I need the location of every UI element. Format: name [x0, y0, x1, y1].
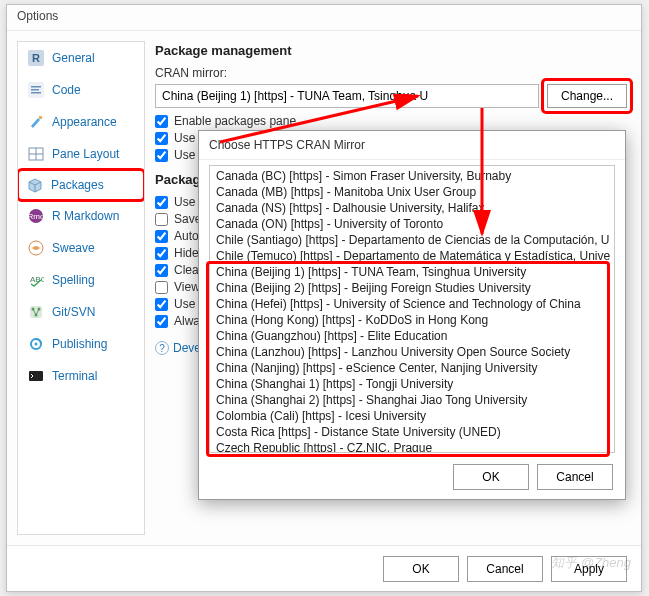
sidebar-item-label: Git/SVN — [52, 305, 95, 319]
checkbox-label: Enable packages pane — [174, 114, 296, 128]
checkbox[interactable] — [155, 264, 168, 277]
svg-rect-4 — [31, 89, 39, 91]
mirror-list-item[interactable]: China (Guangzhou) [https] - Elite Educat… — [214, 328, 610, 344]
mirror-list-item[interactable]: China (Hefei) [https] - University of Sc… — [214, 296, 610, 312]
checkbox[interactable] — [155, 115, 168, 128]
sidebar-item-label: Appearance — [52, 115, 117, 129]
mirror-list-item[interactable]: China (Nanjing) [https] - eScience Cente… — [214, 360, 610, 376]
sidebar-item-label: Code — [52, 83, 81, 97]
options-sidebar: R General Code Appearance Pane Layout Pa… — [17, 41, 145, 535]
window-title: Options — [7, 5, 641, 31]
mirror-list-item[interactable]: China (Hong Kong) [https] - KoDDoS in Ho… — [214, 312, 610, 328]
change-mirror-button[interactable]: Change... — [547, 84, 627, 108]
sidebar-item-label: Pane Layout — [52, 147, 119, 161]
mirror-list-item[interactable]: Canada (NS) [https] - Dalhousie Universi… — [214, 200, 610, 216]
mirror-list-item[interactable]: China (Beijing 2) [https] - Beijing Fore… — [214, 280, 610, 296]
cran-mirror-input[interactable] — [155, 84, 539, 108]
checkbox[interactable] — [155, 196, 168, 209]
dialog-cancel-button[interactable]: Cancel — [537, 464, 613, 490]
ok-button[interactable]: OK — [383, 556, 459, 582]
sidebar-item-label: Packages — [51, 178, 104, 192]
sidebar-item-label: R Markdown — [52, 209, 119, 223]
svg-point-22 — [35, 343, 38, 346]
mirror-list-item[interactable]: China (Beijing 1) [https] - TUNA Team, T… — [214, 264, 610, 280]
sidebar-item-general[interactable]: R General — [18, 42, 144, 74]
sidebar-item-packages[interactable]: Packages — [17, 168, 145, 202]
checkbox[interactable] — [155, 247, 168, 260]
sidebar-item-label: Terminal — [52, 369, 97, 383]
chk-enable-packages-pane[interactable]: Enable packages pane — [155, 114, 627, 128]
terminal-icon — [28, 368, 44, 384]
sidebar-item-appearance[interactable]: Appearance — [18, 106, 144, 138]
pane-icon — [28, 146, 44, 162]
sidebar-item-terminal[interactable]: Terminal — [18, 360, 144, 392]
sidebar-item-spelling[interactable]: ABC Spelling — [18, 264, 144, 296]
spell-icon: ABC — [28, 272, 44, 288]
appearance-icon — [28, 114, 44, 130]
sidebar-item-gitsvn[interactable]: Git/SVN — [18, 296, 144, 328]
cran-mirror-label: CRAN mirror: — [155, 66, 627, 80]
mirror-list-item[interactable]: Canada (MB) [https] - Manitoba Unix User… — [214, 184, 610, 200]
sidebar-item-code[interactable]: Code — [18, 74, 144, 106]
sidebar-item-label: Spelling — [52, 273, 95, 287]
options-buttons: OK Cancel Apply — [7, 545, 641, 591]
mirror-list-item[interactable]: Chile (Temuco) [https] - Departamento de… — [214, 248, 610, 264]
r-icon: R — [28, 50, 44, 66]
mirror-list-item[interactable]: China (Shanghai 2) [https] - Shanghai Ji… — [214, 392, 610, 408]
sidebar-item-label: Sweave — [52, 241, 95, 255]
publish-icon — [28, 336, 44, 352]
cancel-button[interactable]: Cancel — [467, 556, 543, 582]
cran-mirror-dialog: Choose HTTPS CRAN Mirror Canada (BC) [ht… — [198, 130, 626, 500]
checkbox[interactable] — [155, 213, 168, 226]
sidebar-item-label: Publishing — [52, 337, 107, 351]
svg-rect-5 — [31, 92, 41, 94]
dialog-buttons: OK Cancel — [199, 455, 625, 499]
sweave-icon — [28, 240, 44, 256]
dialog-title: Choose HTTPS CRAN Mirror — [199, 131, 625, 160]
sidebar-item-panelayout[interactable]: Pane Layout — [18, 138, 144, 170]
mirror-listbox[interactable]: Canada (BC) [https] - Simon Fraser Unive… — [209, 165, 615, 453]
mirror-list-item[interactable]: Chile (Santiago) [https] - Departamento … — [214, 232, 610, 248]
checkbox[interactable] — [155, 132, 168, 145]
mirror-list-item[interactable]: China (Shanghai 1) [https] - Tongji Univ… — [214, 376, 610, 392]
svg-text:R: R — [32, 52, 40, 64]
checkbox[interactable] — [155, 315, 168, 328]
rmd-icon: Rmd — [28, 208, 44, 224]
checkbox[interactable] — [155, 298, 168, 311]
section-package-management: Package management — [155, 43, 627, 58]
dialog-ok-button[interactable]: OK — [453, 464, 529, 490]
sidebar-item-publishing[interactable]: Publishing — [18, 328, 144, 360]
watermark: 知乎 @Zheng — [551, 554, 631, 572]
mirror-list-item[interactable]: Canada (BC) [https] - Simon Fraser Unive… — [214, 168, 610, 184]
svg-rect-6 — [39, 116, 42, 119]
mirror-list-item[interactable]: China (Lanzhou) [https] - Lanzhou Univer… — [214, 344, 610, 360]
checkbox[interactable] — [155, 281, 168, 294]
sidebar-item-rmarkdown[interactable]: Rmd R Markdown — [18, 200, 144, 232]
code-icon — [28, 82, 44, 98]
mirror-list-item[interactable]: Costa Rica [https] - Distance State Univ… — [214, 424, 610, 440]
svg-rect-23 — [29, 371, 43, 381]
mirror-list-item[interactable]: Canada (ON) [https] - University of Toro… — [214, 216, 610, 232]
svg-rect-3 — [31, 86, 41, 88]
sidebar-item-sweave[interactable]: Sweave — [18, 232, 144, 264]
checkbox[interactable] — [155, 149, 168, 162]
checkbox[interactable] — [155, 230, 168, 243]
package-icon — [27, 177, 43, 193]
git-icon — [28, 304, 44, 320]
mirror-list-item[interactable]: Czech Republic [https] - CZ.NIC, Prague — [214, 440, 610, 453]
mirror-list-item[interactable]: Colombia (Cali) [https] - Icesi Universi… — [214, 408, 610, 424]
help-icon: ? — [155, 341, 169, 355]
sidebar-item-label: General — [52, 51, 95, 65]
svg-text:Rmd: Rmd — [28, 212, 44, 221]
